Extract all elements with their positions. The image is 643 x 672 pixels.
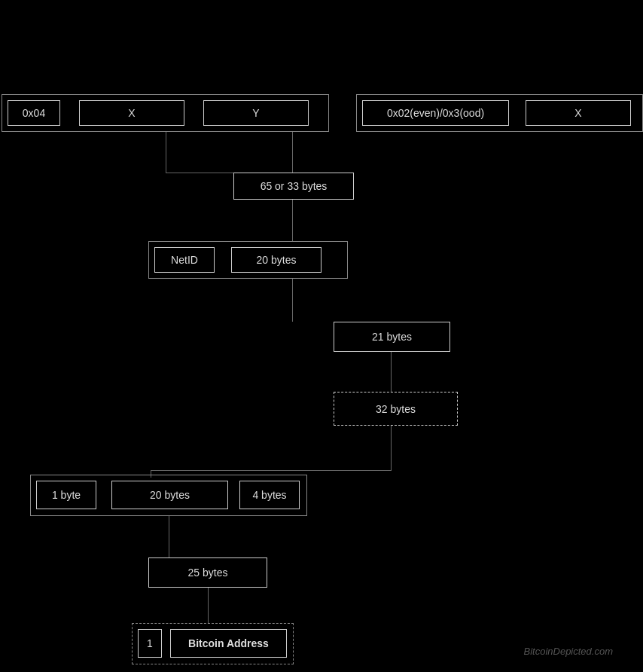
box-bitcoin-address: Bitcoin Address [170, 629, 287, 658]
connector-h2 [151, 470, 392, 471]
box-4-bytes: 4 bytes [239, 481, 300, 509]
connector-v5a [391, 426, 392, 471]
box-20-bytes-netid: 20 bytes [231, 247, 322, 273]
connector-vl1 [166, 132, 166, 173]
box-x-uncompressed: X [79, 100, 184, 126]
connector-v4 [391, 352, 392, 392]
connector-v6 [169, 516, 169, 557]
box-number-1: 1 [138, 629, 162, 658]
box-x-compressed: X [526, 100, 631, 126]
box-y: Y [203, 100, 309, 126]
box-21-bytes: 21 bytes [334, 322, 450, 352]
watermark: BitcoinDepicted.com [524, 646, 614, 657]
box-65-or-33-bytes: 65 or 33 bytes [233, 173, 354, 200]
box-25-bytes: 25 bytes [148, 557, 267, 588]
box-32-bytes: 32 bytes [334, 392, 458, 426]
diagram-container: 0x04 X Y 0x02(even)/0x3(ood) X 65 or 33 … [0, 0, 643, 672]
box-1-byte: 1 byte [36, 481, 96, 509]
box-20-bytes-checksum: 20 bytes [111, 481, 228, 509]
connector-v3 [292, 279, 293, 322]
connector-v2 [292, 200, 293, 241]
box-0x04: 0x04 [8, 100, 60, 126]
box-netid: NetID [154, 247, 215, 273]
connector-v1 [292, 132, 293, 173]
box-0x02-0x03: 0x02(even)/0x3(ood) [362, 100, 509, 126]
connector-v7 [208, 588, 209, 623]
